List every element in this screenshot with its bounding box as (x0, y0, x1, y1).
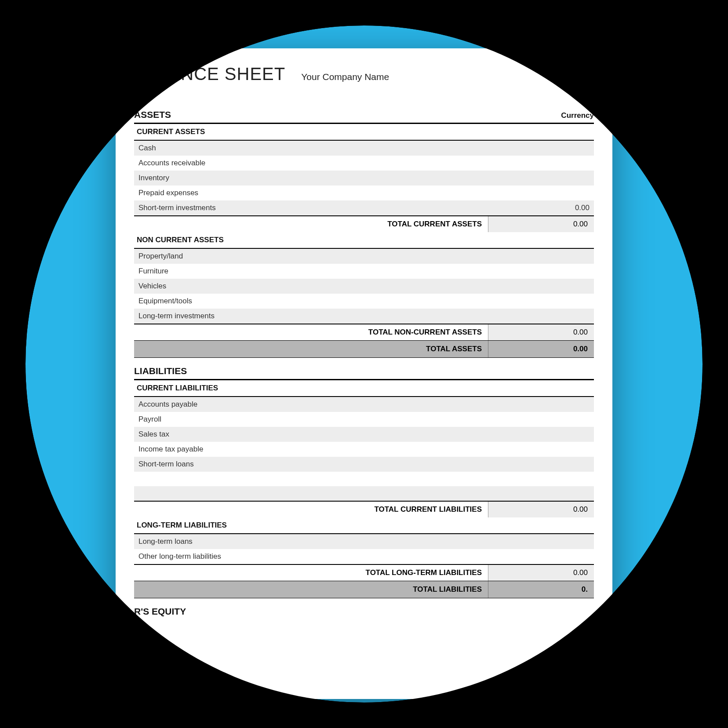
row-label: Accounts receivable (138, 159, 554, 167)
row-label: Inventory (138, 174, 554, 182)
asset-row: Short-term investments0.00 (134, 200, 594, 215)
total-longterm-liabilities-row: TOTAL LONG-TERM LIABILITIES 0.00 (134, 564, 594, 581)
row-label: Income tax payable (138, 445, 554, 454)
total-current-liabilities-row: TOTAL CURRENT LIABILITIES 0.00 (134, 501, 594, 517)
row-label: Vehicles (138, 282, 554, 291)
date-label: Date (137, 90, 594, 99)
asset-row: Property/land (134, 249, 594, 264)
total-value: 0. (488, 581, 594, 598)
document-title: BALANCE SHEET (134, 64, 285, 84)
current-assets-header: CURRENT ASSETS (134, 124, 594, 141)
row-label: Payroll (138, 415, 554, 424)
total-value: 0.00 (488, 565, 594, 581)
asset-row: Cash (134, 141, 594, 156)
asset-row: Vehicles (134, 279, 594, 294)
row-label: Long-term investments (138, 312, 554, 320)
row-label: Property/land (138, 252, 554, 261)
liability-row: Sales tax (134, 427, 594, 442)
total-label: TOTAL LIABILITIES (134, 581, 488, 598)
liability-row: Short-term loans (134, 457, 594, 472)
row-label: Prepaid expenses (138, 189, 554, 197)
liability-row (134, 472, 594, 486)
equity-label: R'S EQUITY (134, 606, 186, 617)
row-label: Long-term loans (138, 537, 554, 546)
total-value: 0.00 (488, 341, 594, 357)
row-label: Short-term loans (138, 460, 554, 469)
liabilities-section-header: LIABILITIES (134, 366, 594, 380)
document-header: BALANCE SHEET Your Company Name (134, 64, 594, 84)
liabilities-label: LIABILITIES (134, 366, 187, 376)
liability-row: Payroll (134, 412, 594, 427)
row-label: Furniture (138, 267, 554, 276)
total-assets-row: TOTAL ASSETS 0.00 (134, 340, 594, 358)
asset-row: Furniture (134, 264, 594, 279)
liability-row: Income tax payable (134, 442, 594, 457)
total-label: TOTAL ASSETS (134, 341, 488, 357)
asset-row: Long-term investments (134, 309, 594, 324)
asset-row: Equipment/tools (134, 294, 594, 309)
company-name: Your Company Name (301, 72, 389, 82)
asset-row: Accounts receivable (134, 156, 594, 171)
currency-label: Currency (561, 111, 594, 120)
row-label: Cash (138, 144, 554, 153)
row-label: Sales tax (138, 430, 554, 439)
asset-row: Inventory (134, 171, 594, 186)
total-current-assets-row: TOTAL CURRENT ASSETS 0.00 (134, 215, 594, 232)
total-label: TOTAL CURRENT ASSETS (134, 216, 488, 232)
total-value: 0.00 (488, 324, 594, 340)
liability-row: Other long-term liabilities (134, 549, 594, 564)
asset-row: Prepaid expenses (134, 186, 594, 200)
longterm-liabilities-header: LONG-TERM LIABILITIES (134, 517, 594, 534)
noncurrent-assets-header: NON CURRENT ASSETS (134, 232, 594, 249)
balance-sheet-document: BALANCE SHEET Your Company Name Date ASS… (116, 48, 612, 699)
total-label: TOTAL LONG-TERM LIABILITIES (134, 565, 488, 581)
liability-row (134, 486, 594, 501)
total-noncurrent-assets-row: TOTAL NON-CURRENT ASSETS 0.00 (134, 324, 594, 340)
assets-label: ASSETS (134, 109, 171, 120)
row-label: Equipment/tools (138, 297, 554, 306)
total-value: 0.00 (488, 216, 594, 232)
row-value: 0.00 (554, 204, 590, 212)
liability-row: Long-term loans (134, 534, 594, 549)
row-label: Accounts payable (138, 400, 554, 409)
row-label: Other long-term liabilities (138, 552, 554, 561)
liability-row: Accounts payable (134, 397, 594, 412)
total-label: TOTAL CURRENT LIABILITIES (134, 502, 488, 517)
row-label: Short-term investments (138, 204, 554, 212)
total-label: TOTAL NON-CURRENT ASSETS (134, 324, 488, 340)
total-liabilities-row: TOTAL LIABILITIES 0. (134, 581, 594, 598)
total-value: 0.00 (488, 502, 594, 517)
assets-section-header: ASSETS Currency (134, 109, 594, 124)
current-liabilities-header: CURRENT LIABILITIES (134, 380, 594, 397)
equity-section-header: R'S EQUITY (134, 606, 594, 619)
